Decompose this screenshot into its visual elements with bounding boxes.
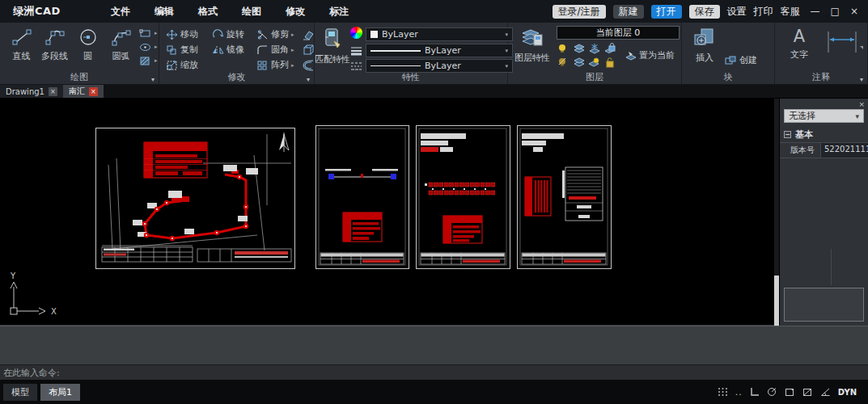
main-area: Y X × 无选择 ▾ − 基本 bbox=[0, 99, 868, 326]
doc-tab-nanhui[interactable]: 南汇 × bbox=[63, 85, 104, 98]
drawing-sheet-4[interactable] bbox=[518, 126, 612, 269]
flyout-icon[interactable]: ▸ bbox=[155, 30, 158, 36]
menu-modify[interactable]: 修改 bbox=[286, 5, 305, 19]
lineweight-dropdown[interactable]: ByLayer ▾ bbox=[366, 44, 513, 57]
open-file-button[interactable]: 打开 bbox=[651, 5, 682, 19]
section-expand-icon[interactable]: ▾ bbox=[151, 76, 155, 83]
svg-text:Y: Y bbox=[10, 271, 16, 280]
menu-bar: 文件 编辑 格式 绘图 修改 标注 bbox=[111, 5, 349, 19]
drawing-sheet-1[interactable] bbox=[96, 128, 295, 269]
ribbon-section-modify: 移动 旋转 修剪 ▸ 复制 bbox=[159, 23, 315, 84]
hatch-tool[interactable]: ▸ bbox=[139, 55, 158, 66]
save-file-button[interactable]: 保存 bbox=[689, 5, 720, 19]
eraser-icon bbox=[302, 29, 315, 40]
menu-file[interactable]: 文件 bbox=[111, 5, 130, 19]
fillet-icon bbox=[256, 44, 269, 56]
move-icon bbox=[166, 29, 178, 40]
menu-format[interactable]: 格式 bbox=[198, 5, 218, 19]
rotate-icon bbox=[212, 29, 224, 40]
rectangle-tool[interactable]: ▸ bbox=[139, 27, 158, 39]
close-button[interactable]: × bbox=[850, 6, 858, 17]
angle-snap-icon[interactable] bbox=[820, 387, 831, 397]
flyout-icon[interactable]: ▸ bbox=[155, 44, 158, 50]
tab-close-icon[interactable]: × bbox=[49, 87, 57, 96]
create-block-icon bbox=[724, 55, 737, 65]
layer-plot-icon[interactable] bbox=[587, 57, 603, 70]
layer-off-icon[interactable] bbox=[557, 57, 572, 70]
trim-icon bbox=[256, 29, 269, 40]
rotate-tool[interactable]: 旋转 bbox=[212, 27, 256, 42]
ribbon-section-block: 插入 创建 块 bbox=[682, 23, 775, 84]
command-history-panel[interactable] bbox=[0, 326, 868, 364]
flyout-icon[interactable]: ▸ bbox=[291, 47, 294, 53]
menu-edit[interactable]: 编辑 bbox=[155, 5, 174, 19]
ortho-icon[interactable] bbox=[750, 387, 760, 397]
title-bar: 绿洲CAD 文件 编辑 格式 绘图 修改 标注 登录/注册 新建 打开 保存 设… bbox=[0, 0, 868, 23]
layer-properties-icon bbox=[519, 27, 545, 49]
set-current-layer-tool[interactable]: 置为当前 bbox=[625, 49, 675, 61]
polyline-icon bbox=[44, 27, 66, 48]
mirror-icon bbox=[212, 44, 224, 56]
minimize-button[interactable]: — bbox=[811, 6, 820, 17]
layer-thaw-icon[interactable] bbox=[587, 43, 603, 57]
layer-isolate-icon[interactable] bbox=[572, 57, 587, 70]
hatch-icon bbox=[139, 56, 152, 66]
trim-tool[interactable]: 修剪 ▸ bbox=[256, 27, 302, 42]
copy-icon bbox=[166, 44, 178, 56]
flyout-icon[interactable]: ▸ bbox=[291, 62, 294, 69]
dyn-toggle[interactable]: DYN bbox=[838, 388, 857, 397]
document-tab-bar: Drawing1 × 南汇 × bbox=[0, 85, 868, 99]
move-tool[interactable]: 移动 bbox=[166, 27, 212, 42]
drawing-canvas[interactable]: Y X bbox=[0, 99, 774, 326]
menu-annotate[interactable]: 标注 bbox=[329, 5, 349, 19]
version-value[interactable]: 5220211117 bbox=[820, 143, 868, 158]
maximize-button[interactable]: □ bbox=[831, 6, 840, 17]
layout1-tab[interactable]: 布局1 bbox=[40, 384, 80, 401]
current-layer-display[interactable]: 当前图层 0 bbox=[557, 26, 680, 40]
selection-dropdown[interactable]: 无选择 ▾ bbox=[784, 109, 864, 123]
model-tab[interactable]: 模型 bbox=[3, 384, 37, 401]
menu-draw[interactable]: 绘图 bbox=[242, 5, 261, 19]
tab-close-icon[interactable]: × bbox=[89, 87, 98, 96]
panel-column-divider bbox=[831, 249, 832, 285]
snap-dots-icon[interactable]: .. bbox=[735, 387, 743, 398]
layer-freeze-icon[interactable] bbox=[572, 43, 587, 57]
login-register-button[interactable]: 登录/注册 bbox=[553, 5, 606, 19]
panel-close-icon[interactable]: × bbox=[858, 100, 865, 108]
explode-icon bbox=[302, 44, 315, 56]
drawing-sheet-3[interactable] bbox=[417, 126, 510, 269]
command-input[interactable]: 在此输入命令: bbox=[0, 364, 868, 380]
mirror-tool[interactable]: 镜像 bbox=[212, 42, 256, 57]
linetype-sample bbox=[370, 65, 421, 66]
match-properties-icon bbox=[320, 27, 345, 51]
flyout-icon[interactable]: ▸ bbox=[291, 32, 294, 38]
section-expand-icon[interactable]: ▾ bbox=[307, 76, 310, 83]
circle-icon bbox=[77, 27, 100, 48]
ribbon-section-layers: 图层特性 当前图层 0 bbox=[508, 23, 682, 84]
layer-lock-icon[interactable] bbox=[603, 43, 618, 57]
object-track-icon[interactable] bbox=[802, 387, 813, 397]
ellipse-tool[interactable]: ▸ bbox=[139, 41, 158, 53]
color-swatch bbox=[370, 31, 378, 38]
color-dropdown[interactable]: ByLayer ▾ bbox=[366, 27, 513, 41]
layer-on-icon[interactable] bbox=[557, 43, 572, 57]
fillet-tool[interactable]: 圆角 ▸ bbox=[256, 42, 302, 57]
chevron-down-icon: ▾ bbox=[855, 112, 859, 120]
flyout-icon[interactable]: ▸ bbox=[155, 57, 158, 64]
section-expand-icon[interactable]: ▾ bbox=[860, 76, 863, 83]
cad-application-window: 绿洲CAD 文件 编辑 格式 绘图 修改 标注 登录/注册 新建 打开 保存 设… bbox=[0, 0, 868, 404]
copy-tool[interactable]: 复制 bbox=[166, 42, 212, 57]
panel-preview-box bbox=[784, 288, 864, 322]
drawing-sheet-2[interactable] bbox=[316, 126, 409, 269]
settings-button[interactable]: 设置 bbox=[727, 5, 747, 19]
doc-tab-drawing1[interactable]: Drawing1 × bbox=[0, 85, 63, 98]
new-file-button[interactable]: 新建 bbox=[613, 5, 644, 19]
grid-snap-icon[interactable] bbox=[718, 387, 728, 397]
object-snap-icon[interactable] bbox=[785, 387, 795, 397]
polar-tracking-icon[interactable] bbox=[767, 387, 777, 397]
collapse-icon[interactable]: − bbox=[784, 131, 791, 138]
status-bar: 模型 布局1 .. DYN bbox=[0, 380, 868, 404]
print-button[interactable]: 打印 bbox=[754, 5, 773, 19]
support-button[interactable]: 客服 bbox=[781, 5, 800, 19]
layer-unlock-icon[interactable] bbox=[603, 57, 618, 70]
